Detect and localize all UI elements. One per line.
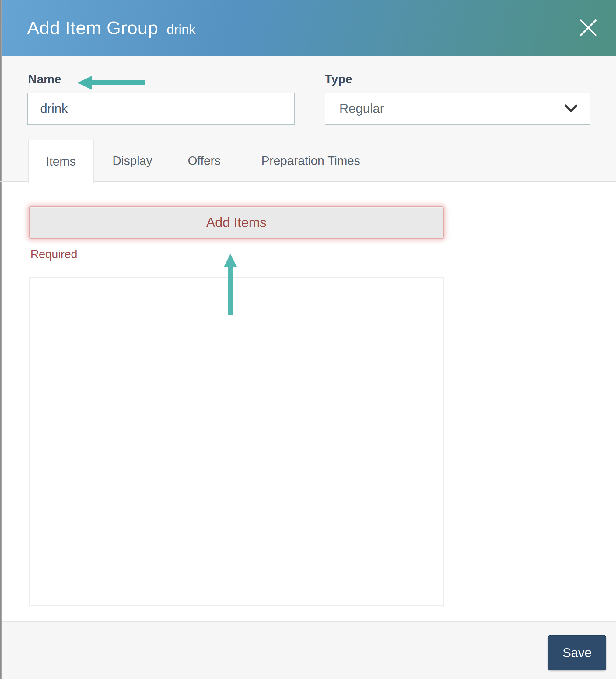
close-icon <box>579 18 598 37</box>
dialog-title-group: Add Item Group drink <box>27 18 196 38</box>
close-button[interactable] <box>578 18 598 38</box>
required-validation-text: Required <box>30 248 77 261</box>
save-button[interactable]: Save <box>548 635 606 671</box>
tab-items[interactable]: Items <box>28 140 94 183</box>
name-field-label: Name <box>28 72 61 86</box>
tab-offers-label: Offers <box>188 154 221 168</box>
items-empty-list[interactable] <box>29 277 444 606</box>
name-input[interactable] <box>27 93 295 125</box>
type-field-label: Type <box>325 72 352 86</box>
chevron-down-icon <box>564 104 577 113</box>
tab-display-label: Display <box>112 154 152 168</box>
add-items-button[interactable]: Add Items <box>29 206 444 238</box>
dialog-header: Add Item Group drink <box>2 0 616 56</box>
type-select-value: Regular <box>339 101 564 116</box>
add-items-button-label: Add Items <box>206 215 266 230</box>
dialog-title: Add Item Group <box>27 18 158 38</box>
dialog-footer: Save <box>2 622 616 679</box>
items-tab-panel: Add Items Required <box>2 182 616 621</box>
add-item-group-dialog: Add Item Group drink Name Type Regular I… <box>0 0 616 679</box>
tab-offers[interactable]: Offers <box>184 140 224 182</box>
save-button-label: Save <box>562 646 592 660</box>
annotation-arrow-left-icon <box>77 76 145 90</box>
tab-preparation-times-label: Preparation Times <box>261 154 360 168</box>
tab-preparation-times[interactable]: Preparation Times <box>253 140 369 182</box>
dialog-subtitle: drink <box>167 22 196 37</box>
tab-items-label: Items <box>46 155 76 168</box>
type-select[interactable]: Regular <box>325 93 590 125</box>
annotation-arrow-up-icon <box>224 254 237 315</box>
tab-display[interactable]: Display <box>108 140 157 182</box>
